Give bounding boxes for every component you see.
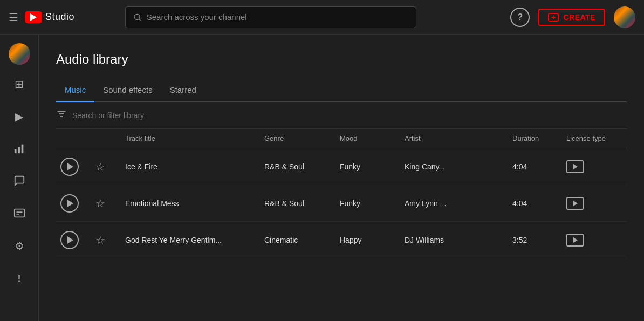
- filter-input[interactable]: [72, 111, 627, 120]
- duration-2: 4:04: [508, 199, 562, 208]
- track-title-1: Ice & Fire: [121, 162, 260, 171]
- sidebar-avatar[interactable]: [9, 43, 30, 65]
- content-area: Audio library Music Sound effects Starre…: [39, 35, 644, 321]
- play-button-3[interactable]: [60, 231, 79, 249]
- table-row: ☆ Emotional Mess R&B & Soul Funky Amy Ly…: [56, 185, 627, 222]
- col-license: License type: [562, 134, 627, 142]
- col-star: [88, 134, 121, 142]
- star-button-3[interactable]: ☆: [93, 233, 108, 248]
- tab-music[interactable]: Music: [56, 80, 94, 102]
- star-cell-2: ☆: [88, 196, 121, 211]
- analytics-icon: [13, 142, 25, 156]
- mood-1: Funky: [335, 162, 400, 171]
- svg-rect-3: [18, 147, 20, 153]
- svg-rect-4: [21, 144, 23, 153]
- col-duration: Duration: [508, 134, 562, 142]
- license-icon-2[interactable]: [566, 197, 584, 210]
- tab-starred[interactable]: Starred: [161, 80, 205, 102]
- play-cell-3: [56, 231, 88, 249]
- mood-2: Funky: [335, 199, 400, 208]
- col-genre: Genre: [260, 134, 335, 142]
- sidebar-item-analytics[interactable]: [4, 134, 35, 164]
- subtitles-icon: [13, 207, 25, 221]
- license-icon-3[interactable]: [566, 234, 584, 247]
- sidebar-item-videos[interactable]: ▶: [4, 101, 35, 132]
- svg-point-0: [134, 14, 139, 19]
- logo-container: Studio: [25, 11, 74, 23]
- genre-1: R&B & Soul: [260, 162, 335, 171]
- license-cell-1: [562, 160, 627, 173]
- svg-rect-5: [14, 209, 24, 217]
- create-icon: [548, 13, 559, 22]
- license-cell-3: [562, 234, 627, 247]
- search-input-wrapper: [125, 6, 416, 28]
- sidebar-item-subtitles[interactable]: [4, 199, 35, 229]
- avatar[interactable]: [614, 6, 635, 28]
- star-cell-3: ☆: [88, 233, 121, 248]
- play-cell-1: [56, 158, 88, 176]
- header: ☰ Studio ? CREATE: [0, 0, 644, 35]
- main-layout: ⊞ ▶ ⚙ ! Audio library: [0, 35, 644, 321]
- play-cell-2: [56, 194, 88, 213]
- create-label: CREATE: [563, 13, 595, 22]
- star-cell-1: ☆: [88, 159, 121, 174]
- help-button[interactable]: ?: [510, 8, 530, 27]
- duration-3: 3:52: [508, 236, 562, 244]
- mood-3: Happy: [335, 236, 400, 244]
- filter-bar: [56, 102, 627, 129]
- sidebar-item-dashboard[interactable]: ⊞: [4, 69, 35, 99]
- comments-icon: [13, 175, 25, 188]
- col-play: [56, 134, 88, 142]
- col-track: Track title: [121, 134, 260, 142]
- sidebar-item-feedback[interactable]: !: [4, 263, 35, 293]
- settings-icon: ⚙: [15, 241, 24, 251]
- table-header: Track title Genre Mood Artist Duration L…: [56, 129, 627, 148]
- filter-icon: [56, 108, 67, 122]
- dashboard-icon: ⊞: [15, 79, 24, 90]
- search-input[interactable]: [147, 12, 408, 22]
- header-right: ? CREATE: [510, 6, 635, 28]
- sidebar-item-settings[interactable]: ⚙: [4, 231, 35, 261]
- videos-icon: ▶: [15, 111, 23, 122]
- play-button-1[interactable]: [60, 158, 79, 176]
- studio-label: Studio: [45, 11, 74, 23]
- artist-2: Amy Lynn ...: [400, 199, 508, 208]
- sidebar-item-comments[interactable]: [4, 166, 35, 196]
- svg-line-1: [139, 18, 140, 20]
- license-icon-1[interactable]: [566, 160, 584, 173]
- track-title-2: Emotional Mess: [121, 199, 260, 208]
- genre-3: Cinematic: [260, 236, 335, 244]
- track-title-3: God Rest Ye Merry Gentlm...: [121, 236, 260, 244]
- search-bar: [125, 6, 416, 28]
- artist-3: DJ Williams: [400, 236, 508, 244]
- svg-rect-2: [14, 149, 16, 153]
- page-title: Audio library: [56, 52, 627, 67]
- create-button[interactable]: CREATE: [538, 9, 605, 26]
- duration-1: 4:04: [508, 162, 562, 171]
- table-row: ☆ God Rest Ye Merry Gentlm... Cinematic …: [56, 222, 627, 258]
- menu-icon[interactable]: ☰: [9, 11, 18, 24]
- header-left: ☰ Studio: [9, 11, 74, 24]
- feedback-icon: !: [18, 274, 21, 283]
- tabs-container: Music Sound effects Starred: [56, 80, 627, 102]
- star-button-1[interactable]: ☆: [93, 159, 108, 174]
- youtube-logo-icon: [25, 11, 42, 23]
- license-cell-2: [562, 197, 627, 210]
- col-artist: Artist: [400, 134, 508, 142]
- table-row: ☆ Ice & Fire R&B & Soul Funky King Cany.…: [56, 148, 627, 185]
- tab-sound-effects[interactable]: Sound effects: [94, 80, 161, 102]
- sidebar: ⊞ ▶ ⚙ !: [0, 35, 39, 321]
- artist-1: King Cany...: [400, 162, 508, 171]
- col-mood: Mood: [335, 134, 400, 142]
- play-button-2[interactable]: [60, 194, 79, 213]
- star-button-2[interactable]: ☆: [93, 196, 108, 211]
- genre-2: R&B & Soul: [260, 199, 335, 208]
- search-icon: [133, 13, 141, 22]
